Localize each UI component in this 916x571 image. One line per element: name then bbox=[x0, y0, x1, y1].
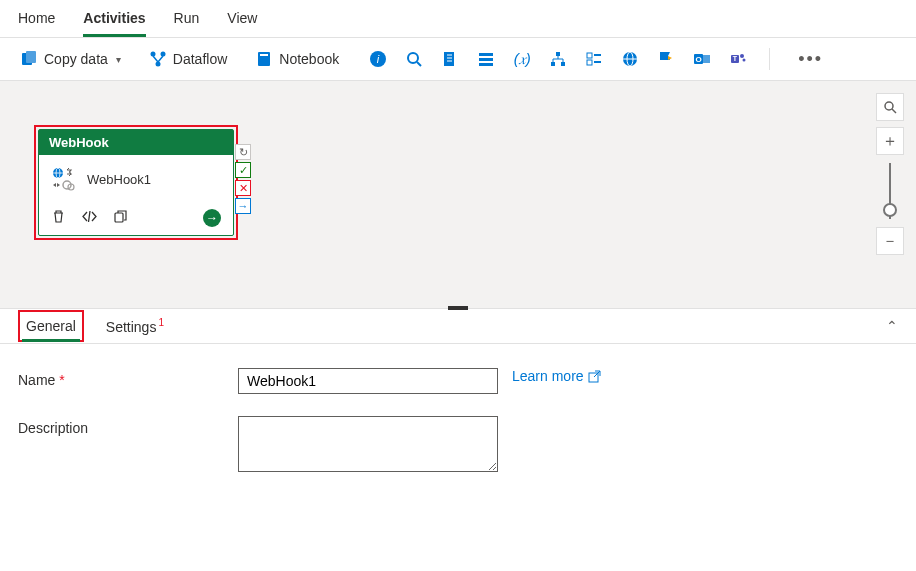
svg-rect-35 bbox=[115, 213, 123, 222]
svg-rect-16 bbox=[551, 62, 555, 66]
activity-detail-panel: General Settings1 ⌃ Name * Learn more De… bbox=[0, 309, 916, 518]
svg-point-33 bbox=[63, 181, 71, 189]
teams-icon[interactable]: T bbox=[729, 50, 747, 68]
webhook-icon bbox=[49, 165, 77, 193]
panel-tab-settings[interactable]: Settings1 bbox=[104, 309, 164, 343]
tab-run[interactable]: Run bbox=[174, 6, 200, 37]
panel-tab-settings-label: Settings bbox=[106, 319, 157, 335]
notebook-label: Notebook bbox=[279, 51, 339, 67]
list-icon[interactable] bbox=[477, 50, 495, 68]
general-form: Name * Learn more Description bbox=[0, 344, 916, 518]
canvas-search-button[interactable] bbox=[876, 93, 904, 121]
pipeline-canvas[interactable]: WebHook WebHook1 → bbox=[0, 81, 916, 309]
external-link-icon bbox=[588, 370, 601, 383]
activities-toolbar: Copy data ▾ Dataflow Notebook i (𝑥) O T … bbox=[0, 38, 916, 81]
checklist-icon[interactable] bbox=[585, 50, 603, 68]
notebook-icon bbox=[255, 50, 273, 68]
description-label: Description bbox=[18, 416, 238, 436]
webhook-activity-node[interactable]: WebHook WebHook1 → bbox=[38, 129, 234, 236]
svg-point-36 bbox=[885, 102, 893, 110]
node-connectors: ↻ ✓ ✕ → bbox=[235, 144, 251, 214]
globe-icon[interactable] bbox=[621, 50, 639, 68]
search-icon[interactable] bbox=[405, 50, 423, 68]
svg-rect-6 bbox=[260, 54, 268, 56]
name-input[interactable] bbox=[238, 368, 498, 394]
connector-completion[interactable]: → bbox=[235, 198, 251, 214]
tab-activities[interactable]: Activities bbox=[83, 6, 145, 37]
zoom-slider[interactable] bbox=[889, 163, 891, 219]
webhook-node-highlight: WebHook WebHook1 → bbox=[34, 125, 238, 240]
node-type-label: WebHook bbox=[39, 130, 233, 155]
svg-text:T: T bbox=[733, 55, 738, 62]
toolbar-more-button[interactable]: ••• bbox=[792, 50, 829, 68]
dataflow-label: Dataflow bbox=[173, 51, 227, 67]
copy-data-label: Copy data bbox=[44, 51, 108, 67]
dataflow-icon bbox=[149, 50, 167, 68]
zoom-in-button[interactable]: ＋ bbox=[876, 127, 904, 155]
info-circle-icon[interactable]: i bbox=[369, 50, 387, 68]
top-tabs: Home Activities Run View bbox=[0, 0, 916, 38]
variable-icon[interactable]: (𝑥) bbox=[513, 50, 531, 68]
notebook-button[interactable]: Notebook bbox=[249, 46, 345, 72]
svg-point-29 bbox=[743, 59, 746, 62]
copy-data-icon bbox=[20, 50, 38, 68]
panel-tab-general[interactable]: General bbox=[18, 310, 84, 342]
svg-line-37 bbox=[892, 109, 896, 113]
delete-icon[interactable] bbox=[51, 209, 66, 227]
chevron-down-icon: ▾ bbox=[116, 54, 121, 65]
svg-rect-25 bbox=[703, 55, 710, 63]
node-name-label: WebHook1 bbox=[87, 172, 151, 187]
svg-point-3 bbox=[160, 52, 165, 57]
script-icon[interactable] bbox=[441, 50, 459, 68]
svg-point-4 bbox=[155, 62, 160, 67]
panel-tabs: General Settings1 bbox=[18, 309, 164, 343]
connector-success[interactable]: ✓ bbox=[235, 162, 251, 178]
code-icon[interactable] bbox=[82, 209, 97, 227]
svg-text:O: O bbox=[696, 55, 702, 64]
settings-badge: 1 bbox=[158, 317, 164, 328]
panel-resize-handle[interactable] bbox=[448, 306, 468, 310]
connector-fail[interactable]: ✕ bbox=[235, 180, 251, 196]
flag-icon[interactable] bbox=[657, 50, 675, 68]
svg-rect-17 bbox=[561, 62, 565, 66]
description-textarea[interactable] bbox=[238, 416, 498, 472]
learn-more-link[interactable]: Learn more bbox=[512, 368, 601, 384]
zoom-out-button[interactable]: － bbox=[876, 227, 904, 255]
svg-line-10 bbox=[417, 62, 421, 66]
copy-icon[interactable] bbox=[113, 209, 128, 227]
svg-rect-13 bbox=[479, 58, 493, 61]
run-arrow-icon[interactable]: → bbox=[203, 209, 221, 227]
svg-point-9 bbox=[408, 53, 418, 63]
dataflow-button[interactable]: Dataflow bbox=[143, 46, 233, 72]
canvas-zoom-tools: ＋ － bbox=[876, 93, 904, 255]
svg-point-2 bbox=[150, 52, 155, 57]
svg-rect-18 bbox=[587, 53, 592, 58]
toolbar-divider bbox=[769, 48, 770, 70]
svg-rect-14 bbox=[479, 63, 493, 66]
tab-home[interactable]: Home bbox=[18, 6, 55, 37]
svg-rect-11 bbox=[444, 52, 454, 66]
svg-point-28 bbox=[740, 54, 744, 58]
svg-rect-15 bbox=[556, 52, 560, 56]
svg-rect-1 bbox=[26, 51, 36, 63]
name-label: Name * bbox=[18, 368, 238, 388]
tab-view[interactable]: View bbox=[227, 6, 257, 37]
svg-rect-12 bbox=[479, 53, 493, 56]
copy-data-button[interactable]: Copy data ▾ bbox=[14, 46, 127, 72]
zoom-slider-thumb[interactable] bbox=[883, 203, 897, 217]
connector-skip[interactable]: ↻ bbox=[235, 144, 251, 160]
hierarchy-icon[interactable] bbox=[549, 50, 567, 68]
svg-rect-19 bbox=[587, 60, 592, 65]
outlook-icon[interactable]: O bbox=[693, 50, 711, 68]
toolbar-icon-group: i (𝑥) O T ••• bbox=[369, 48, 829, 70]
collapse-panel-icon[interactable]: ⌃ bbox=[886, 318, 898, 334]
